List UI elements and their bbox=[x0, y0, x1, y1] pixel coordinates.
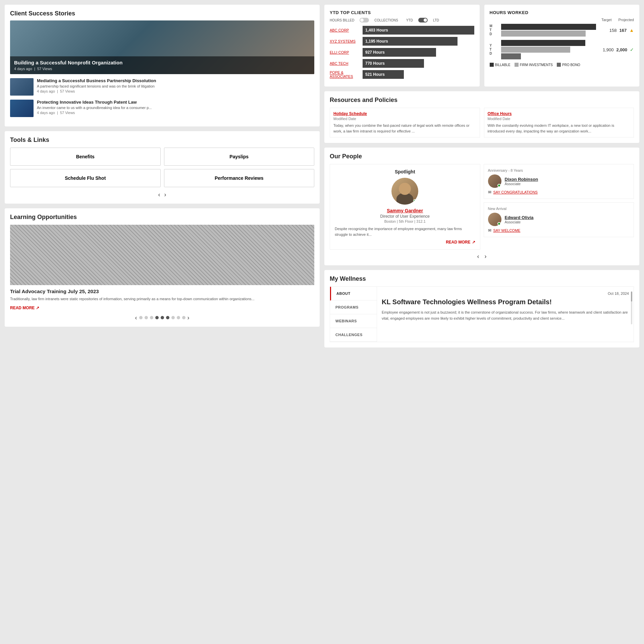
spotlight-read-more[interactable]: READ MORE ↗ bbox=[335, 240, 475, 245]
client-name-4[interactable]: POPE & ASSOCIATES bbox=[330, 70, 360, 78]
person-card-0: Anniversary - 8 Years Dixon Robinson Ass… bbox=[484, 164, 634, 199]
hours-header: Target Projected bbox=[490, 18, 634, 22]
resource-text-1: With the constantly evolving modern IT w… bbox=[488, 123, 631, 134]
client-bar-0: 1,403 Hours bbox=[363, 26, 474, 35]
resource-moddate-0: Modified Date bbox=[333, 117, 476, 121]
hours-row-ytd: YTD 1,900 2,000 ✓ bbox=[490, 40, 634, 59]
legend-probono: PRO BONO bbox=[557, 63, 580, 67]
learning-title: Learning Opportunities bbox=[10, 214, 314, 221]
resource-card-1: Office Hours Modified Date With the cons… bbox=[484, 108, 634, 138]
tool-button-3[interactable]: Performance Reviews bbox=[164, 169, 315, 187]
people-nav: ‹ › bbox=[330, 253, 634, 260]
wellness-content: Oct 18, 2024 KL Software Technologies We… bbox=[377, 287, 634, 342]
legend-probono-label: PRO BONO bbox=[562, 63, 580, 67]
say-action-0[interactable]: SAY CONGRATULATIONS bbox=[493, 190, 538, 194]
learning-read-more[interactable]: READ MORE ↗ bbox=[10, 306, 39, 310]
hours-worked-section: HOURS WORKED Target Projected MTD 158 16… bbox=[484, 5, 640, 87]
spotlight-location: Boston | 5th Floor | 312.1 bbox=[335, 219, 475, 223]
learning-course-title: Trial Advocacy Training July 25, 2023 bbox=[10, 288, 314, 294]
client-name-2[interactable]: ELLI CORP bbox=[330, 50, 360, 54]
ytd-target: 1,900 bbox=[603, 47, 614, 52]
mail-action-1: ✉ SAY WELCOME bbox=[488, 228, 630, 233]
page-dot-5[interactable] bbox=[166, 316, 169, 319]
story-title-0: Mediating a Successful Business Partners… bbox=[37, 78, 156, 83]
wellness-scrollbar[interactable] bbox=[631, 291, 632, 324]
our-people-section: Our People Spotlight Sammy Gardner Direc… bbox=[324, 148, 639, 265]
client-bar-wrap-1: 1,195 Hours bbox=[363, 37, 474, 46]
spotlight-name[interactable]: Sammy Gardner bbox=[335, 208, 475, 213]
ytd-toggle[interactable] bbox=[418, 18, 428, 22]
ytd-bars bbox=[501, 40, 600, 59]
story-thumb-0 bbox=[10, 78, 34, 96]
say-action-1[interactable]: SAY WELCOME bbox=[493, 228, 521, 232]
mtd-projected: 167 bbox=[619, 28, 627, 33]
page-dot-8[interactable] bbox=[182, 316, 185, 319]
client-name-1[interactable]: XYZ SYSTEMS bbox=[330, 39, 360, 43]
person-name-1[interactable]: Edward Olivia bbox=[505, 215, 534, 220]
client-success-section: Client Success Stories Building a Succes… bbox=[5, 5, 320, 126]
person-name-0[interactable]: Dixon Robinson bbox=[505, 177, 538, 182]
page-dot-6[interactable] bbox=[171, 316, 175, 319]
story-content-1: Protecting Innovative Ideas Through Pate… bbox=[37, 100, 152, 115]
wellness-tab-2[interactable]: WEBINARS bbox=[330, 314, 377, 328]
spotlight-label: Spotlight bbox=[335, 169, 475, 174]
spotlight-online-dot bbox=[413, 199, 417, 203]
featured-story-age: 4 days ago bbox=[14, 67, 32, 71]
client-bar-label-1: 1,195 Hours bbox=[365, 39, 388, 44]
featured-story[interactable]: Building a Successful Nonprofit Organiza… bbox=[10, 20, 314, 74]
ytd-numbers: 1,900 2,000 ✓ bbox=[603, 47, 634, 52]
client-bar-label-2: 927 Hours bbox=[365, 50, 385, 55]
legend-billable-box bbox=[490, 63, 494, 67]
resource-title-0[interactable]: Holiday Schedule bbox=[333, 111, 476, 116]
wellness-tab-0[interactable]: ABOUT bbox=[330, 287, 377, 301]
person-row-1: Edward Olivia Associate bbox=[488, 213, 630, 226]
wellness-title: My Wellness bbox=[330, 275, 634, 282]
resource-title-1[interactable]: Office Hours bbox=[488, 111, 631, 116]
story-views-1: 57 Views bbox=[60, 111, 75, 115]
people-next-arrow[interactable]: › bbox=[485, 253, 487, 260]
story-item-1[interactable]: Protecting Innovative Ideas Through Pate… bbox=[10, 100, 314, 117]
story-meta-0: 4 days ago | 57 Views bbox=[37, 89, 156, 93]
page-dot-1[interactable] bbox=[145, 316, 148, 319]
learning-section: Learning Opportunities Trial Advocacy Tr… bbox=[5, 208, 320, 327]
person-row-0: Dixon Robinson Associate bbox=[488, 174, 630, 188]
page-dot-0[interactable] bbox=[139, 316, 143, 319]
ytd-label-bar: YTD bbox=[490, 44, 498, 56]
client-name-0[interactable]: ABC CORP bbox=[330, 28, 360, 32]
legend-firm-label: FIRM INVESTMENTS bbox=[520, 63, 553, 67]
client-bar-wrap-0: 1,403 Hours bbox=[363, 26, 474, 35]
tools-next-arrow[interactable]: › bbox=[164, 191, 166, 198]
wellness-tab-3[interactable]: CHALLENGES bbox=[330, 328, 377, 342]
wellness-tab-1[interactable]: PROGRAMS bbox=[330, 301, 377, 314]
learning-next-arrow[interactable]: › bbox=[187, 314, 190, 321]
tool-button-0[interactable]: Benefits bbox=[10, 148, 161, 166]
page-dot-3[interactable] bbox=[155, 316, 159, 319]
client-bar-1: 1,195 Hours bbox=[363, 37, 458, 46]
person-info-1: Edward Olivia Associate bbox=[505, 215, 534, 224]
story-views-0: 57 Views bbox=[60, 89, 75, 93]
page-dot-7[interactable] bbox=[177, 316, 180, 319]
people-prev-arrow[interactable]: ‹ bbox=[477, 253, 479, 260]
page-dot-2[interactable] bbox=[150, 316, 153, 319]
tool-button-2[interactable]: Schedule Flu Shot bbox=[10, 169, 161, 187]
legend-firm-box bbox=[515, 63, 519, 67]
people-side: Anniversary - 8 Years Dixon Robinson Ass… bbox=[484, 164, 634, 250]
page-dot-4[interactable] bbox=[161, 316, 164, 319]
resources-grid: Holiday Schedule Modified Date Today, wh… bbox=[330, 108, 634, 138]
tools-nav: ‹ › bbox=[10, 191, 314, 198]
resources-section: Resources and Policies Holiday Schedule … bbox=[324, 91, 639, 143]
tools-prev-arrow[interactable]: ‹ bbox=[158, 191, 160, 198]
tool-button-1[interactable]: Payslips bbox=[164, 148, 315, 166]
person-card-1: New Arrival Edward Olivia Associate ✉ bbox=[484, 202, 634, 237]
tools-grid: Benefits Payslips Schedule Flu Shot Perf… bbox=[10, 148, 314, 187]
our-people-title: Our People bbox=[330, 153, 634, 160]
wellness-tabs: ABOUT PROGRAMS WEBINARS CHALLENGES bbox=[330, 287, 377, 342]
story-item-0[interactable]: Mediating a Successful Business Partners… bbox=[10, 78, 314, 96]
spotlight-avatar-face bbox=[399, 183, 411, 195]
featured-story-title: Building a Successful Nonprofit Organiza… bbox=[14, 60, 310, 65]
learning-prev-arrow[interactable]: ‹ bbox=[135, 314, 137, 321]
client-name-3[interactable]: ABC TECH bbox=[330, 61, 360, 65]
legend-billable: BILLABLE bbox=[490, 63, 511, 67]
mail-icon-0: ✉ bbox=[488, 190, 491, 195]
hours-billed-toggle[interactable] bbox=[360, 18, 369, 22]
